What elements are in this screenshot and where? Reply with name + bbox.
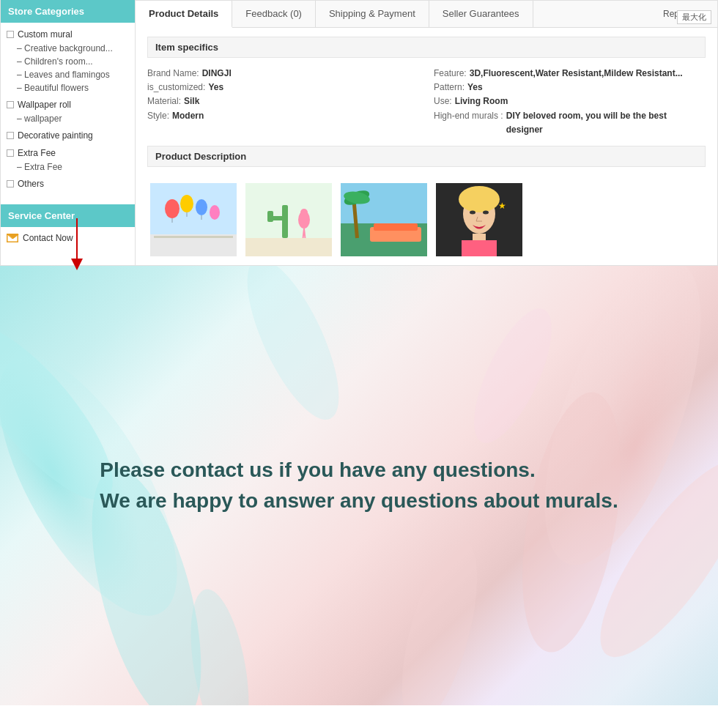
svg-rect-26 xyxy=(374,223,418,231)
spec-row-pattern: Pattern: Yes xyxy=(434,81,706,94)
item-specifics-section: Item specifics Brand Name: DINGJI is_cus… xyxy=(136,28,717,146)
svg-rect-14 xyxy=(267,211,273,222)
spec-label-customized: is_customized: xyxy=(147,81,205,94)
tab-shipping-payment[interactable]: Shipping & Payment xyxy=(316,1,429,27)
sidebar-subitem-wallpaper[interactable]: – wallpaper xyxy=(1,112,135,125)
spec-row-highend: High-end murals : DIY beloved room, you … xyxy=(434,109,706,137)
contact-message-line2: We are happy to answer any questions abo… xyxy=(100,486,618,516)
product-image-1 xyxy=(150,183,237,256)
svg-text:★: ★ xyxy=(498,201,506,211)
svg-point-31 xyxy=(483,210,489,214)
mail-icon xyxy=(7,234,18,242)
sidebar-item-extra-fee[interactable]: Extra Fee xyxy=(1,146,135,160)
svg-point-5 xyxy=(196,199,207,215)
specs-left-col: Brand Name: DINGJI is_customized: Yes Ma… xyxy=(147,67,419,137)
category-icon xyxy=(7,101,14,108)
spec-value-feature: 3D,Fluorescent,Water Resistant,Mildew Re… xyxy=(470,67,683,81)
sidebar-item-wallpaper-roll[interactable]: Wallpaper roll xyxy=(1,97,135,112)
svg-rect-0 xyxy=(7,234,18,242)
category-label: Others xyxy=(18,179,44,189)
spec-label-use: Use: xyxy=(434,94,452,108)
store-categories-header: Store Categories xyxy=(1,0,135,23)
category-label: Decorative painting xyxy=(18,130,93,141)
spec-label-material: Material: xyxy=(147,94,181,108)
sidebar-subitem-flowers[interactable]: – Beautiful flowers xyxy=(1,81,135,94)
category-group-custom-mural: Custom mural – Creative background... – … xyxy=(1,27,135,94)
svg-point-29 xyxy=(459,186,500,212)
category-icon xyxy=(7,31,14,38)
category-label: Extra Fee xyxy=(18,148,56,158)
svg-rect-10 xyxy=(154,236,233,238)
spec-row-feature: Feature: 3D,Fluorescent,Water Resistant,… xyxy=(434,67,706,81)
product-description-title: Product Description xyxy=(147,146,706,167)
tabs-bar: Product Details Feedback (0) Shipping & … xyxy=(136,1,717,28)
product-images-list: ★ xyxy=(147,183,706,256)
sidebar-subitem-extra-fee[interactable]: – Extra Fee xyxy=(1,160,135,174)
svg-point-4 xyxy=(180,195,193,212)
sidebar-subitem-childrens[interactable]: – Children's room... xyxy=(1,55,135,68)
svg-rect-12 xyxy=(282,205,288,238)
spec-label-style: Style: xyxy=(147,109,169,123)
spec-label-highend: High-end murals : xyxy=(434,109,503,137)
svg-rect-33 xyxy=(462,240,497,256)
spec-row-use: Use: Living Room xyxy=(434,94,706,108)
spec-value-style: Modern xyxy=(172,109,204,123)
svg-point-3 xyxy=(165,199,180,218)
category-group-others: Others xyxy=(1,177,135,191)
svg-point-6 xyxy=(210,205,220,220)
spec-value-brand: DINGJI xyxy=(202,67,232,81)
maximize-button[interactable]: 最大化 xyxy=(677,10,711,24)
category-label: Custom mural xyxy=(18,29,73,40)
svg-rect-19 xyxy=(245,238,332,256)
sidebar-subitem-leaves[interactable]: – Leaves and flamingos xyxy=(1,68,135,81)
category-group-wallpaper: Wallpaper roll – wallpaper xyxy=(1,97,135,125)
svg-point-30 xyxy=(470,210,475,214)
sidebar-item-others[interactable]: Others xyxy=(1,177,135,191)
svg-rect-13 xyxy=(271,216,287,220)
sidebar-item-custom-mural[interactable]: Custom mural xyxy=(1,27,135,42)
spec-row-customized: is_customized: Yes xyxy=(147,81,419,94)
item-specifics-title: Item specifics xyxy=(147,37,706,58)
spec-row-material: Material: Silk xyxy=(147,94,419,108)
category-icon xyxy=(7,180,14,187)
tab-feedback[interactable]: Feedback (0) xyxy=(232,1,316,27)
lower-section: Please contact us if you have any questi… xyxy=(0,266,718,705)
feather-text-content: Please contact us if you have any questi… xyxy=(70,426,647,546)
spec-row-brand: Brand Name: DINGJI xyxy=(147,67,419,81)
product-image-2 xyxy=(245,183,332,256)
tab-product-details[interactable]: Product Details xyxy=(136,1,232,28)
spec-label-pattern: Pattern: xyxy=(434,81,465,94)
category-icon xyxy=(7,149,14,157)
contact-message-line1: Please contact us if you have any questi… xyxy=(100,455,618,486)
spec-value-material: Silk xyxy=(184,94,199,108)
spec-value-pattern: Yes xyxy=(467,81,483,94)
spec-label-feature: Feature: xyxy=(434,67,467,81)
product-image-4: ★ xyxy=(436,183,522,256)
main-container: Store Categories Custom mural – Creative… xyxy=(0,0,718,266)
specifics-grid: Brand Name: DINGJI is_customized: Yes Ma… xyxy=(147,67,706,137)
tab-seller-guarantees[interactable]: Seller Guarantees xyxy=(429,1,533,27)
category-icon xyxy=(7,132,14,139)
category-label: Wallpaper roll xyxy=(18,100,71,110)
spec-value-use: Living Room xyxy=(455,94,508,108)
spec-row-style: Style: Modern xyxy=(147,109,419,123)
spec-label-brand: Brand Name: xyxy=(147,67,199,81)
svg-point-18 xyxy=(300,209,308,216)
sidebar-item-decorative[interactable]: Decorative painting xyxy=(1,128,135,143)
product-description-section: Product Description xyxy=(136,146,717,265)
sidebar-subitem-creative[interactable]: – Creative background... xyxy=(1,42,135,55)
svg-point-43 xyxy=(229,266,357,431)
svg-point-44 xyxy=(387,532,493,705)
product-image-3 xyxy=(341,183,427,256)
spec-value-customized: Yes xyxy=(208,81,223,94)
product-content: Product Details Feedback (0) Shipping & … xyxy=(136,0,718,266)
category-group-decorative: Decorative painting xyxy=(1,128,135,143)
specs-right-col: Feature: 3D,Fluorescent,Water Resistant,… xyxy=(434,67,706,137)
spec-value-highend: DIY beloved room, you will be the best d… xyxy=(506,109,706,137)
categories-list: Custom mural – Creative background... – … xyxy=(1,23,135,198)
category-group-extra-fee: Extra Fee – Extra Fee xyxy=(1,146,135,174)
